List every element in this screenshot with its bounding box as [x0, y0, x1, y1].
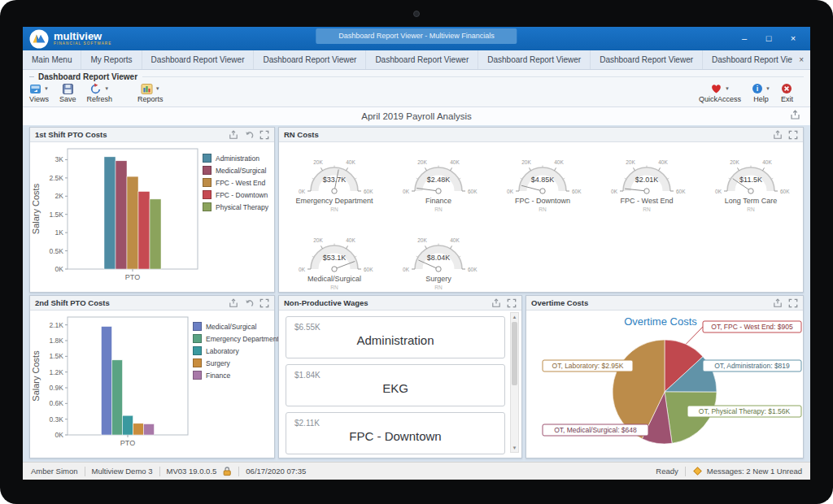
gauge-tick-label: 20K: [313, 237, 323, 243]
legend-item-finance[interactable]: Finance: [193, 371, 279, 380]
tab-dashboard-report-viewer-2[interactable]: Dashboard Report Viewer: [142, 50, 255, 69]
status-bar: Amber Simon Multiview Demo 3 MV03 19.0.0…: [23, 462, 810, 480]
status-datetime: 06/17/2020 07:35: [246, 467, 306, 476]
bar-fpc-downtown[interactable]: [138, 191, 150, 269]
y-tick-label: 2.5K: [50, 174, 64, 182]
undo-icon[interactable]: [244, 130, 254, 140]
reports-button[interactable]: ▼Reports: [137, 82, 164, 103]
dropdown-caret-icon[interactable]: ▼: [44, 86, 49, 91]
maximize-button[interactable]: □: [757, 27, 781, 50]
y-tick-label: 1.5K: [50, 211, 64, 219]
expand-icon[interactable]: [788, 298, 798, 308]
minimize-button[interactable]: –: [732, 27, 757, 50]
gauge-grid: 0K20K40K60K$33.7KEmergency DepartmentRN0…: [279, 142, 803, 300]
expand-icon[interactable]: [507, 298, 517, 308]
wage-card-fpc-downtown[interactable]: $2.11KFPC - Downtown: [286, 412, 505, 454]
views-button[interactable]: ▼Views: [29, 82, 49, 103]
bar-medical-surgical[interactable]: [102, 327, 112, 435]
help-button[interactable]: i▼Help: [752, 82, 770, 103]
gauge-fpc-west-end[interactable]: 0K20K40K60K$2.01KFPC - West EndRN: [596, 144, 700, 222]
status-ready: Ready: [656, 467, 678, 476]
gauge-surgery[interactable]: 0K20K40K60K$8.04KSurgeryRN: [388, 222, 492, 300]
gauge-tick-label: 60K: [364, 189, 373, 194]
bar-physical-therapy[interactable]: [150, 199, 161, 269]
dropdown-caret-icon[interactable]: ▼: [765, 86, 770, 91]
legend-item-medical-surgical[interactable]: Medical/Surgical: [193, 322, 279, 331]
gauge-emergency-department[interactable]: 0K20K40K60K$33.7KEmergency DepartmentRN: [284, 144, 388, 222]
status-messages[interactable]: Messages: 2 New 1 Unread: [707, 467, 802, 476]
gauge-label: Emergency Department: [295, 197, 373, 205]
scroll-down-icon[interactable]: ▼: [511, 444, 518, 452]
legend-item-laboratory[interactable]: Laboratory: [193, 346, 279, 355]
gauge-finance[interactable]: 0K20K40K60K$2.48KFinanceRN: [388, 144, 492, 222]
scroll-thumb[interactable]: [512, 322, 517, 385]
dashboard: 1st Shift PTO Costs 0K0.5K1K1.5K2K2.5K3K…: [23, 125, 810, 462]
legend-item-physical-therapy[interactable]: Physical Therapy: [203, 202, 268, 211]
exit-button[interactable]: Exit: [781, 82, 793, 103]
expand-icon[interactable]: [788, 130, 798, 140]
close-button[interactable]: ×: [781, 27, 805, 50]
gauge-value: $2.01K: [635, 176, 659, 184]
bar-fpc-west-end[interactable]: [127, 176, 138, 269]
export-icon[interactable]: [773, 298, 783, 308]
refresh-button[interactable]: ▼Refresh: [86, 82, 112, 103]
pie-slice-ot-physical-therapy[interactable]: [665, 392, 717, 443]
legend-item-surgery[interactable]: Surgery: [193, 358, 279, 367]
bar-finance[interactable]: [144, 424, 155, 435]
scroll-up-icon[interactable]: ▲: [511, 313, 518, 321]
tab-label: Dashboard Report Viewer: [375, 55, 469, 64]
dropdown-caret-icon[interactable]: ▼: [155, 86, 160, 91]
legend-item-medical-surgical[interactable]: Medical/Surgical: [203, 166, 268, 175]
dropdown-caret-icon[interactable]: ▼: [104, 86, 109, 91]
export-icon[interactable]: [491, 298, 501, 308]
bar-chart-2nd-shift: 0K0.3K0.6K0.9K1.2K1.5K1.8K2.1KPTOSalary …: [30, 311, 193, 459]
expand-icon[interactable]: [259, 298, 269, 308]
export-icon[interactable]: [229, 298, 238, 308]
expand-icon[interactable]: [259, 130, 269, 140]
scrollbar[interactable]: ▲ ▼: [510, 312, 519, 453]
legend-item-fpc-west-end[interactable]: FPC - West End: [203, 178, 268, 187]
wage-label: EKG: [286, 365, 504, 395]
page-title-row: April 2019 Payroll Analysis: [23, 107, 810, 125]
tablet-bezel: multiview FINANCIAL SOFTWARE Dashboard R…: [0, 0, 833, 504]
page-title: April 2019 Payroll Analysis: [361, 111, 472, 121]
legend-label: Physical Therapy: [216, 203, 268, 211]
gauge-tick-label: 0K: [403, 267, 410, 272]
bar-surgery[interactable]: [133, 424, 144, 435]
export-icon[interactable]: [773, 130, 783, 140]
legend-item-fpc-downtown[interactable]: FPC - Downtown: [203, 190, 268, 199]
bar-emergency-department[interactable]: [112, 360, 123, 435]
tab-main-menu-0[interactable]: Main Menu: [23, 50, 81, 69]
exit-icon: [781, 83, 792, 94]
gauge-medical-surgical[interactable]: 0K20K40K60K$53.1KMedical/SurgicalRN: [284, 222, 388, 300]
tab-dashboard-report-viewer-4[interactable]: Dashboard Report Viewer: [366, 50, 478, 69]
y-tick-label: 0K: [55, 431, 64, 439]
legend-item-administration[interactable]: Administration: [203, 154, 268, 163]
panel-overtime-costs: Overtime Costs Overtime CostsOT, FPC - W…: [526, 295, 804, 458]
y-tick-label: 1K: [55, 228, 64, 237]
bar-administration[interactable]: [104, 157, 116, 269]
tab-label: Dashboard Report Viewer: [263, 55, 356, 64]
tabstrip-close-icon[interactable]: ×: [792, 50, 810, 68]
wage-label: FPC - Downtown: [286, 413, 504, 443]
export-icon[interactable]: [229, 130, 238, 140]
status-version: MV03 19.0.0.5: [167, 467, 217, 476]
legend-label: Laboratory: [206, 347, 239, 355]
tab-dashboard-report-viewer-3[interactable]: Dashboard Report Viewer: [254, 50, 366, 69]
multiview-logo: multiview FINANCIAL SOFTWARE: [23, 29, 112, 49]
undo-icon[interactable]: [244, 298, 254, 308]
save-button[interactable]: Save: [59, 82, 76, 103]
legend-item-emergency-department[interactable]: Emergency Department: [193, 334, 279, 343]
wage-card-ekg[interactable]: $1.84KEKG: [286, 364, 505, 406]
gauge-long-term-care[interactable]: 0K20K40K60K$11.5KLong Term CareRN: [700, 144, 805, 222]
export-icon[interactable]: [790, 110, 800, 120]
tab-dashboard-report-viewer-6[interactable]: Dashboard Report Viewer: [591, 50, 703, 69]
bar-medical-surgical[interactable]: [116, 161, 127, 269]
quickaccess-button[interactable]: ▼QuickAccess: [699, 82, 741, 103]
gauge-fpc-downtown[interactable]: 0K20K40K60K$4.85KFPC - DowntownRN: [492, 144, 596, 222]
tab-my-reports-1[interactable]: My Reports: [81, 50, 142, 69]
tab-dashboard-report-viewer-5[interactable]: Dashboard Report Viewer: [478, 50, 591, 69]
bar-laboratory[interactable]: [123, 415, 133, 435]
wage-card-administration[interactable]: $6.55KAdministration: [286, 316, 505, 358]
dropdown-caret-icon[interactable]: ▼: [725, 86, 730, 91]
